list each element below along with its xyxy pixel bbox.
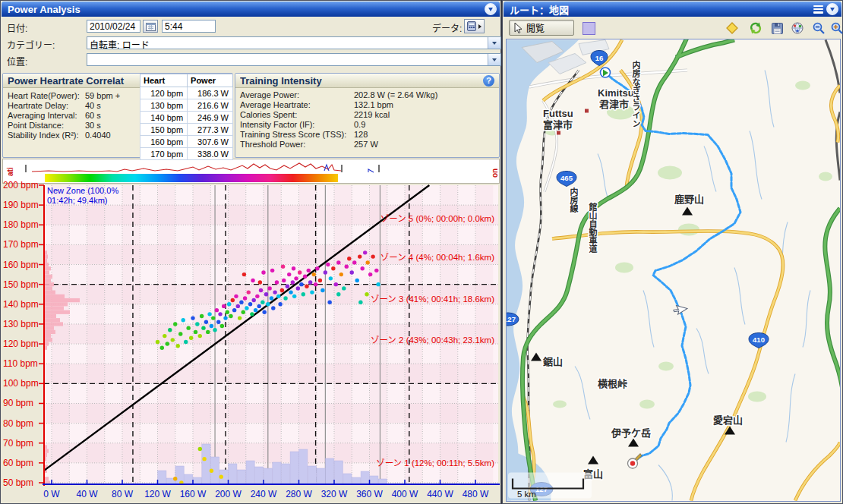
scatter-point (355, 279, 359, 282)
scatter-point (271, 306, 275, 310)
power-histogram-bar (255, 467, 264, 484)
route-map[interactable]: 16 465 127 410 127 (507, 39, 840, 501)
location-combobox[interactable] (87, 53, 501, 66)
category-label: カテゴリー: (7, 38, 55, 51)
hr-histogram-bar (45, 469, 47, 473)
hr-histogram-bar (45, 291, 55, 295)
hr-band (44, 285, 498, 304)
scatter-point (350, 270, 354, 274)
date-input[interactable] (87, 20, 140, 33)
view-mode-button[interactable]: 閲覧 (509, 20, 574, 36)
scatter-point (201, 326, 205, 329)
x-tick-label: 280 W (286, 489, 312, 499)
panel-menu-icon[interactable] (813, 5, 823, 14)
zoom-in-icon (830, 21, 843, 35)
data-source-button[interactable] (464, 19, 485, 33)
map-viewport[interactable]: 16 465 127 410 127 (506, 39, 841, 502)
hr-histogram-bar (45, 270, 49, 274)
waypoint-button[interactable] (724, 20, 740, 36)
y-tick-label: 160 bpm (3, 260, 39, 270)
scatter-point (194, 330, 197, 334)
hr-band (44, 383, 498, 403)
hr-histogram-bar (45, 330, 55, 334)
scatter-point (210, 469, 213, 473)
hr-histogram-bar (45, 346, 47, 350)
scatter-point (173, 322, 177, 326)
hr-histogram-bar (45, 449, 49, 453)
time-gradient-legend (45, 174, 338, 182)
scatter-point (347, 257, 351, 260)
calendar-button[interactable] (143, 20, 158, 33)
power-histogram-bar (185, 474, 193, 484)
zoom-out-button[interactable] (810, 20, 827, 36)
globe-button[interactable] (789, 20, 806, 36)
category-combobox[interactable]: 自転車: ロード (87, 36, 501, 49)
scatter-point (291, 280, 295, 284)
hr-histogram-bar (45, 266, 51, 270)
heart-column-header[interactable]: Heart (140, 74, 188, 87)
power-histogram-bar (352, 477, 360, 484)
refresh-button[interactable] (747, 20, 764, 36)
y-tick-label: 50 bpm (3, 477, 33, 488)
scatter-point (163, 334, 166, 338)
hr-histogram-bar (45, 465, 48, 468)
scatter-point (267, 286, 271, 290)
x-tick-label: 120 W (144, 489, 171, 499)
zone-label: ゾーン 2 (43%; 00:43h; 23.1km) (371, 335, 494, 345)
hr-histogram-bar (45, 306, 64, 310)
location-dropdown-button[interactable] (488, 54, 500, 65)
data-label: データ: (432, 21, 462, 34)
scatter-point (215, 308, 219, 312)
scatter-point (178, 332, 182, 335)
power-band (158, 185, 175, 484)
save-button[interactable] (769, 20, 785, 36)
panel-collapse-button[interactable] (826, 3, 838, 15)
x-tick-label: 80 W (112, 489, 134, 499)
scatter-point (264, 292, 268, 296)
power-column-header[interactable]: Power (188, 74, 233, 87)
power-band (122, 185, 140, 484)
category-dropdown-button[interactable] (488, 37, 500, 49)
scatter-point (213, 328, 216, 332)
label-futtsu-en: Futtsu (543, 108, 573, 119)
chevron-down-icon (830, 8, 835, 11)
location-value (87, 54, 488, 65)
help-button[interactable]: ? (483, 75, 494, 87)
x-tick-label: 200 W (215, 489, 242, 499)
hr-histogram-bar (45, 254, 48, 258)
hr-histogram-bar (45, 322, 63, 326)
x-tick-label: 40 W (76, 489, 98, 499)
hr-histogram-bar (45, 263, 49, 266)
selection-tool-button[interactable] (583, 22, 595, 35)
scatter-point (198, 334, 202, 338)
scatter-point (371, 254, 374, 258)
y-tick-label: 130 bpm (3, 319, 39, 329)
scatter-point (320, 288, 324, 292)
label-nokogiriyama: 鋸山 (543, 356, 563, 367)
scatter-point (275, 280, 279, 284)
y-tick-label: 90 bpm (3, 398, 33, 408)
scatter-point (336, 260, 340, 264)
x-tick-label: 240 W (251, 489, 277, 499)
table-header-row: Heart Power (140, 74, 233, 87)
chevron-down-icon (492, 42, 497, 45)
scatter-point (280, 288, 284, 292)
power-histogram-bar (166, 478, 175, 484)
power-histogram-bar (281, 464, 289, 484)
power-band (299, 185, 317, 484)
power-band (193, 185, 210, 484)
power-band (440, 185, 458, 484)
hr-histogram-bar (45, 457, 46, 461)
time-input[interactable] (162, 20, 216, 33)
zoom-in-button[interactable] (829, 20, 843, 36)
power-histogram-bar (210, 457, 219, 484)
power-histogram-bar (299, 449, 308, 484)
y-tick-label: 140 bpm (3, 299, 39, 310)
power-histogram-bar (370, 476, 378, 484)
panel-collapse-button[interactable] (485, 3, 497, 15)
y-tick-label: 100 bpm (3, 378, 39, 389)
city-marker (557, 131, 560, 135)
power-histogram-bar (202, 444, 210, 484)
scatter-point (336, 292, 340, 296)
scatter-point (312, 272, 316, 276)
